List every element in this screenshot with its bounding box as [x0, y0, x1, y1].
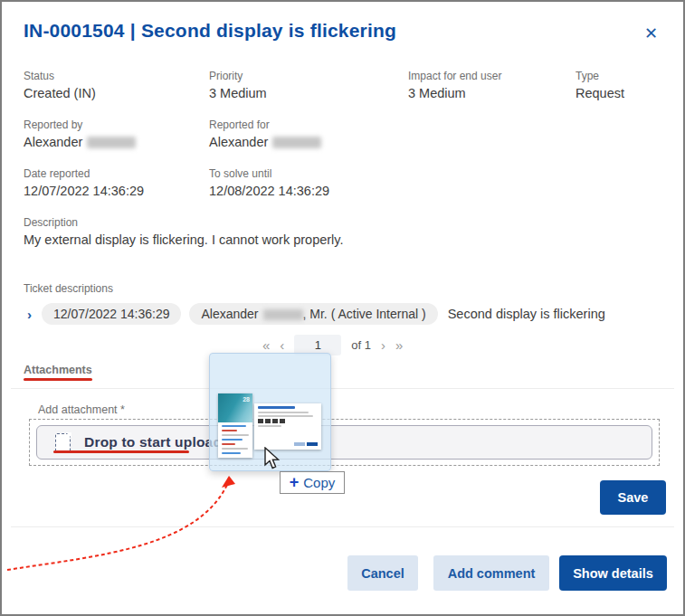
thumbnail-line: [222, 448, 248, 450]
drag-copy-badge: + Copy: [280, 471, 345, 494]
thumbnail-line: [258, 425, 281, 427]
field-label: Impact for end user: [408, 70, 501, 82]
ticket-description-text: Second display is flickering: [448, 307, 605, 321]
redacted-name: [87, 137, 136, 148]
cancel-button[interactable]: Cancel: [347, 555, 418, 591]
thumbnail-image-blocks: [258, 419, 318, 423]
field-value: 3 Medium: [209, 86, 267, 100]
upload-field[interactable]: Drop to start uploading: [36, 425, 652, 460]
thumbnail-line: [222, 425, 246, 427]
field-value: Created (IN): [24, 86, 96, 100]
plus-icon: +: [290, 474, 300, 490]
field-label: Type: [576, 70, 624, 82]
field-label: Reported for: [209, 118, 321, 131]
field-label: Reported by: [24, 118, 136, 131]
field-value: Alexander: [209, 135, 321, 149]
attachment-dropzone[interactable]: Drop to start uploading: [29, 419, 660, 466]
thumbnail-title-line: [258, 406, 295, 409]
field-label: Status: [24, 70, 96, 82]
field-label: Priority: [209, 70, 267, 82]
divider: [11, 388, 674, 389]
thumbnail-line: [222, 439, 243, 441]
save-button[interactable]: Save: [600, 480, 666, 515]
thumbnail-line: [258, 415, 313, 417]
thumbnail-line: [222, 434, 249, 436]
show-details-button[interactable]: Show details: [559, 555, 667, 591]
field-label: Date reported: [24, 167, 144, 180]
thumbnail-buttons: [294, 442, 318, 446]
thumbnail-line: [222, 443, 235, 445]
date-pill: 12/07/2022 14:36:29: [42, 303, 181, 325]
field-value: 3 Medium: [408, 86, 501, 100]
thumbnail-number: 28: [243, 396, 250, 403]
first-page-icon[interactable]: «: [262, 338, 270, 352]
dragged-file-thumbnail: 28: [218, 393, 252, 458]
annotation-underline: [53, 450, 189, 453]
redacted-name: [272, 137, 321, 148]
expand-chevron-icon[interactable]: ›: [25, 307, 33, 322]
person-pill: Alexander, Mr. ( Active Internal ): [189, 303, 437, 325]
field-date-reported: Date reported 12/07/2022 14:36:29: [24, 167, 144, 198]
field-reported-by: Reported by Alexander: [24, 118, 136, 149]
field-value: My external display is flickering. I can…: [24, 232, 344, 247]
thumbnail-line: [258, 412, 309, 413]
field-value: Request: [576, 86, 624, 100]
field-status: Status Created (IN): [24, 70, 96, 100]
field-reported-for: Reported for Alexander: [209, 118, 321, 149]
next-page-icon[interactable]: ›: [381, 338, 385, 352]
field-priority: Priority 3 Medium: [209, 70, 267, 100]
dragged-dialog-thumbnail: [254, 403, 321, 450]
copy-label: Copy: [303, 475, 335, 490]
field-to-solve-until: To solve until 12/08/2022 14:36:29: [209, 167, 329, 198]
field-value: 12/08/2022 14:36:29: [209, 184, 329, 198]
add-attachment-label: Add attachment *: [38, 403, 125, 416]
close-icon[interactable]: ✕: [644, 25, 658, 42]
divider: [11, 526, 674, 527]
ticket-description-row: › 12/07/2022 14:36:29 Alexander, Mr. ( A…: [25, 303, 605, 325]
ticket-descriptions-label: Ticket descriptions: [24, 282, 113, 295]
add-comment-button[interactable]: Add comment: [433, 555, 549, 591]
incident-dialog: IN-0001504 | Second display is flickerin…: [0, 0, 685, 616]
attachments-heading: Attachments: [24, 364, 92, 376]
field-value: 12/07/2022 14:36:29: [24, 184, 144, 198]
field-impact: Impact for end user 3 Medium: [408, 70, 501, 100]
annotation-underline: [24, 378, 92, 381]
field-value: Alexander: [24, 135, 136, 149]
prev-page-icon[interactable]: ‹: [280, 338, 284, 352]
last-page-icon[interactable]: »: [395, 338, 403, 352]
file-icon: [55, 433, 71, 452]
field-label: To solve until: [209, 167, 329, 180]
thumbnail-line: [222, 452, 241, 454]
thumbnail-banner-image: 28: [218, 393, 252, 422]
mouse-cursor-icon: [262, 447, 282, 470]
redacted-name: [263, 309, 303, 320]
field-type: Type Request: [576, 70, 624, 100]
thumbnail-line: [222, 430, 237, 431]
field-label: Description: [24, 216, 344, 229]
page-count-label: of 1: [351, 338, 371, 352]
page-title: IN-0001504 | Second display is flickerin…: [24, 20, 396, 42]
field-description: Description My external display is flick…: [24, 216, 344, 247]
